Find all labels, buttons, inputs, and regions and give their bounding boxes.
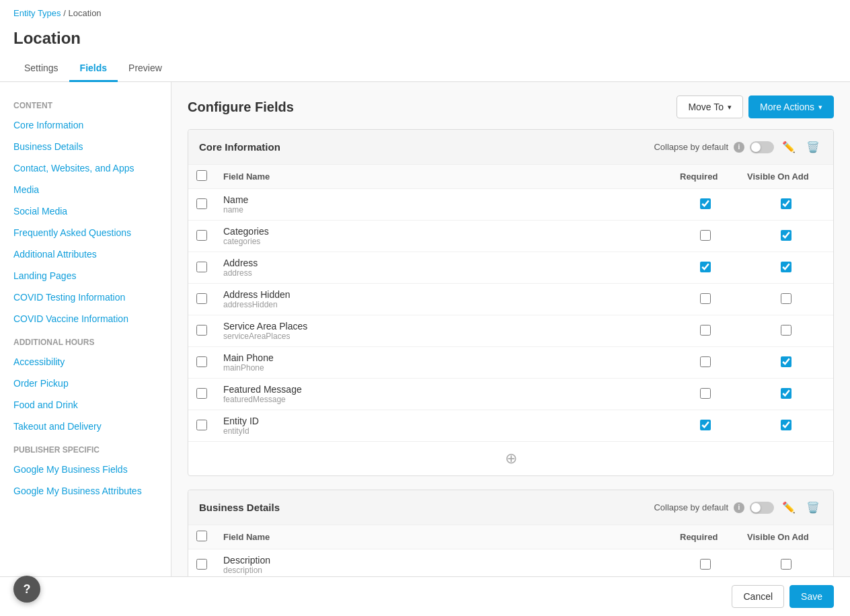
collapse-by-default-label-bd: Collapse by default [654,502,728,512]
collapse-toggle-core[interactable] [750,141,774,153]
sidebar-item-accessibility[interactable]: Accessibility [0,351,171,373]
sidebar-item-landing-pages[interactable]: Landing Pages [0,265,171,286]
delete-section-business-details-button[interactable]: 🗑️ [804,498,822,516]
required-checkbox[interactable] [700,388,711,399]
row-checkbox[interactable] [196,198,207,209]
sidebar-item-google-my-business-attributes[interactable]: Google My Business Attributes [0,480,171,502]
sidebar-section-label-content: Content [0,93,171,114]
move-to-button[interactable]: Move To ▾ [677,95,743,118]
sidebar-item-covid-vaccine[interactable]: COVID Vaccine Information [0,308,171,330]
sidebar-item-takeout-and-delivery[interactable]: Takeout and Delivery [0,416,171,437]
edit-section-business-details-button[interactable]: ✏️ [779,498,798,516]
visible-checkbox[interactable] [781,198,791,209]
visible-on-add-header-bd: Visible On Add [739,525,833,549]
table-row: Entity IDentityId [188,410,833,442]
tab-settings[interactable]: Settings [13,56,69,82]
field-name-header-bd: Field Name [215,525,672,549]
sidebar-item-core-information[interactable]: Core Information [0,114,171,136]
row-checkbox[interactable] [196,559,207,570]
field-key: address [223,268,664,278]
row-checkbox[interactable] [196,356,207,367]
table-row: Addressaddress [188,252,833,284]
field-name-header: Field Name [215,165,672,189]
breadcrumb-parent-link[interactable]: Entity Types [13,8,61,18]
row-checkbox[interactable] [196,230,207,241]
field-key: entityId [223,426,664,436]
field-key: description [223,566,664,575]
field-name: Description [223,555,664,566]
add-field-icon: ⊕ [505,450,517,467]
required-header-bd: Required [672,525,739,549]
required-checkbox[interactable] [700,559,711,570]
more-actions-button[interactable]: More Actions ▾ [748,95,834,118]
table-row: Service Area PlacesserviceAreaPlaces [188,315,833,347]
bottom-bar: Cancel Save [0,576,850,616]
configure-fields-header: Configure Fields Move To ▾ More Actions … [188,95,834,118]
business-details-table: Field Name Required Visible On Add Descr… [188,525,833,580]
sidebar-item-media[interactable]: Media [0,179,171,200]
field-name: Service Area Places [223,321,664,332]
sidebar-section-additional-hours: Additional Hours Accessibility Order Pic… [0,330,171,437]
more-actions-label: More Actions [760,102,814,112]
section-core-information-actions: Collapse by default i ✏️ 🗑️ [654,138,822,156]
tabs-bar: Settings Fields Preview [0,56,850,82]
sidebar-item-faq[interactable]: Frequently Asked Questions [0,222,171,243]
table-row: Featured MessagefeaturedMessage [188,379,833,410]
help-button[interactable]: ? [13,576,40,603]
header-actions: Move To ▾ More Actions ▾ [677,95,834,118]
tab-preview[interactable]: Preview [118,56,173,82]
sidebar-item-additional-attributes[interactable]: Additional Attributes [0,243,171,265]
visible-on-add-header: Visible On Add [739,165,833,189]
field-key: addressHidden [223,300,664,309]
edit-section-core-button[interactable]: ✏️ [779,138,798,156]
table-row: Categoriescategories [188,221,833,252]
collapse-info-icon: i [734,142,744,153]
row-checkbox[interactable] [196,388,207,399]
row-checkbox[interactable] [196,420,207,430]
add-field-core-button[interactable]: ⊕ [188,441,833,475]
sidebar-item-order-pickup[interactable]: Order Pickup [0,373,171,394]
visible-checkbox[interactable] [781,262,791,272]
required-checkbox[interactable] [700,262,711,272]
select-all-bd-checkbox[interactable] [196,531,207,541]
required-checkbox[interactable] [700,356,711,367]
section-core-information: Core Information Collapse by default i ✏… [188,129,834,476]
field-name: Main Phone [223,352,664,363]
required-checkbox[interactable] [700,325,711,336]
tab-fields[interactable]: Fields [69,56,118,82]
configure-fields-title: Configure Fields [188,100,294,115]
visible-checkbox[interactable] [781,420,791,430]
collapse-info-icon-bd: i [734,502,744,513]
sidebar-item-contact-websites-apps[interactable]: Contact, Websites, and Apps [0,157,171,179]
required-checkbox[interactable] [700,198,711,209]
required-checkbox[interactable] [700,230,711,241]
field-name: Categories [223,226,664,237]
visible-checkbox[interactable] [781,325,791,336]
row-checkbox[interactable] [196,325,207,336]
visible-checkbox[interactable] [781,230,791,241]
sidebar-section-publisher-specific: Publisher Specific Google My Business Fi… [0,437,171,502]
collapse-toggle-business-details[interactable] [750,502,774,514]
row-checkbox[interactable] [196,262,207,272]
sidebar-item-social-media[interactable]: Social Media [0,200,171,222]
sidebar-item-google-my-business-fields[interactable]: Google My Business Fields [0,459,171,480]
required-checkbox[interactable] [700,420,711,430]
section-business-details-title: Business Details [199,502,654,513]
sidebar-item-covid-testing[interactable]: COVID Testing Information [0,286,171,308]
sidebar-item-food-and-drink[interactable]: Food and Drink [0,394,171,416]
sidebar-section-label-publisher-specific: Publisher Specific [0,437,171,459]
cancel-button[interactable]: Cancel [732,585,784,608]
required-checkbox[interactable] [700,293,711,304]
save-button[interactable]: Save [789,585,834,608]
row-checkbox[interactable] [196,293,207,304]
sidebar-section-label-additional-hours: Additional Hours [0,330,171,351]
visible-checkbox[interactable] [781,356,791,367]
field-key: serviceAreaPlaces [223,332,664,341]
visible-checkbox[interactable] [781,559,791,570]
visible-checkbox[interactable] [781,293,791,304]
visible-checkbox[interactable] [781,388,791,399]
delete-section-core-button[interactable]: 🗑️ [804,138,822,156]
sidebar-item-business-details[interactable]: Business Details [0,136,171,157]
select-all-core-checkbox[interactable] [196,170,207,181]
section-core-information-title: Core Information [199,141,654,153]
